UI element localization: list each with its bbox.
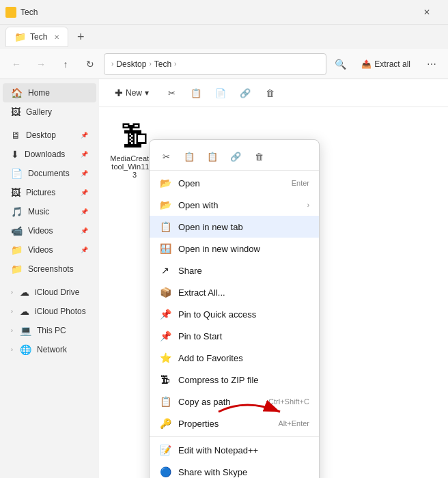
sidebar-item-desktop[interactable]: 🖥 Desktop 📌: [3, 126, 96, 145]
ctx-link-button[interactable]: 🔗: [226, 147, 245, 166]
ctx-open-new-window[interactable]: 🪟 Open in new window: [150, 238, 319, 259]
ctx-properties-label: Properties: [178, 419, 271, 429]
sidebar-item-home[interactable]: 🏠 Home: [3, 83, 96, 102]
ctx-pin-start[interactable]: 📌 Pin to Start: [150, 325, 319, 347]
ctx-add-favorites[interactable]: ⭐ Add to Favorites: [150, 347, 319, 369]
refresh-button[interactable]: ↻: [79, 53, 101, 75]
extract-all-button[interactable]: 📤 Extract all: [354, 56, 418, 72]
up-button[interactable]: ↑: [55, 53, 76, 75]
ctx-share-label: Share: [178, 266, 309, 276]
open-shortcut: Enter: [292, 179, 309, 187]
downloads-icon: ⬇: [11, 149, 19, 160]
sidebar-item-music[interactable]: 🎵 Music 📌: [3, 202, 96, 221]
file-zip-icon: 🗜: [121, 121, 148, 152]
chevron-icon: ›: [111, 60, 113, 68]
paste-button[interactable]: 📄: [211, 83, 230, 102]
ctx-copy-path-label: Copy as path: [178, 397, 262, 407]
sidebar: 🏠 Home 🖼 Gallery 🖥 Desktop 📌 ⬇ Downloads…: [0, 79, 99, 478]
new-label: New: [126, 88, 142, 98]
ctx-paste-button[interactable]: 📋: [203, 147, 222, 166]
open-icon: 📂: [159, 178, 171, 188]
extract-all-icon: 📦: [159, 287, 171, 298]
share-icon: ↗: [159, 265, 171, 276]
gallery-icon: 🖼: [11, 107, 20, 117]
pin-icon-vid1: 📌: [81, 227, 88, 234]
sidebar-label-home: Home: [28, 88, 88, 98]
ctx-open-label: Open: [178, 178, 285, 188]
delete-button[interactable]: 🗑: [260, 83, 279, 102]
sidebar-item-downloads[interactable]: ⬇ Downloads 📌: [3, 145, 96, 164]
more-options-button[interactable]: ⋯: [421, 53, 443, 75]
ctx-edit-notepad[interactable]: 📝 Edit with Notepad++: [150, 439, 319, 461]
content-toolbar: ✚ New ▾ ✂ 📋 📄 🔗 🗑: [99, 79, 448, 107]
back-button[interactable]: ←: [5, 53, 27, 75]
pin-start-icon: 📌: [159, 331, 171, 341]
new-tab-button[interactable]: +: [71, 27, 90, 46]
ctx-open-with[interactable]: 📂 Open with ›: [150, 194, 319, 216]
ctx-compress-zip-label: Compress to ZIP file: [178, 375, 309, 385]
sidebar-item-network[interactable]: › 🌐 Network: [3, 340, 96, 359]
compress-icon: 🗜: [159, 374, 171, 385]
properties-shortcut: Alt+Enter: [278, 419, 309, 427]
close-button[interactable]: ✕: [411, 1, 443, 23]
ctx-pin-start-label: Pin to Start: [178, 331, 309, 341]
sidebar-label-documents: Documents: [28, 169, 75, 178]
expand-icon-thispc: ›: [11, 327, 13, 334]
ctx-compress-zip[interactable]: 🗜 Compress to ZIP file: [150, 369, 319, 391]
expand-icon-icloud: ›: [11, 289, 13, 296]
sidebar-item-documents[interactable]: 📄 Documents 📌: [3, 164, 96, 183]
sidebar-item-icloud-drive[interactable]: › ☁ iCloud Drive: [3, 283, 96, 302]
sidebar-label-videos1: Videos: [28, 226, 75, 236]
copy-path-icon: 📋: [159, 396, 171, 407]
new-tab-icon: 📋: [159, 221, 171, 232]
ctx-open[interactable]: 📂 Open Enter: [150, 172, 319, 194]
sidebar-label-gallery: Gallery: [26, 107, 88, 117]
open-with-icon: 📂: [159, 199, 171, 210]
favorites-icon: ⭐: [159, 352, 171, 363]
tab-tech[interactable]: 📁 Tech ✕: [5, 27, 68, 47]
sidebar-item-gallery[interactable]: 🖼 Gallery: [3, 102, 96, 122]
sidebar-item-this-pc[interactable]: › 💻 This PC: [3, 321, 96, 340]
ctx-cut-button[interactable]: ✂: [156, 147, 176, 166]
skype-icon: 🔵: [159, 466, 171, 477]
rename-button[interactable]: 🔗: [236, 83, 255, 102]
desktop-icon: 🖥: [11, 130, 20, 141]
ctx-properties[interactable]: 🔑 Properties Alt+Enter: [150, 412, 319, 434]
ctx-share-skype[interactable]: 🔵 Share with Skype: [150, 461, 319, 478]
sidebar-item-pictures[interactable]: 🖼 Pictures 📌: [3, 183, 96, 202]
network-icon: 🌐: [20, 344, 31, 355]
ctx-share-skype-label: Share with Skype: [178, 467, 309, 477]
ctx-share[interactable]: ↗ Share: [150, 259, 319, 281]
videos2-icon: 📁: [11, 244, 23, 255]
address-bar[interactable]: › Desktop › Tech ›: [104, 53, 326, 75]
extract-label: Extract all: [374, 59, 410, 69]
tab-close-button[interactable]: ✕: [54, 33, 59, 41]
ctx-copy-button[interactable]: 📋: [180, 147, 199, 166]
sidebar-label-icloud-photos: iCloud Photos: [35, 307, 88, 316]
copy-path-shortcut: Ctrl+Shift+C: [268, 397, 309, 406]
cut-button[interactable]: ✂: [162, 83, 181, 102]
this-pc-icon: 💻: [20, 325, 31, 336]
sidebar-label-network: Network: [37, 345, 88, 354]
search-button[interactable]: 🔍: [329, 53, 351, 75]
videos1-icon: 📹: [11, 225, 23, 236]
ctx-edit-notepad-label: Edit with Notepad++: [178, 445, 309, 455]
forward-button[interactable]: →: [30, 53, 52, 75]
ctx-pin-quick[interactable]: 📌 Pin to Quick access: [150, 303, 319, 325]
sidebar-item-screenshots[interactable]: 📁 Screenshots: [3, 259, 96, 279]
ctx-extract-all[interactable]: 📦 Extract All...: [150, 281, 319, 303]
ctx-delete-button[interactable]: 🗑: [249, 147, 268, 166]
address-tech: Tech: [154, 59, 171, 69]
sidebar-label-music: Music: [28, 207, 75, 216]
main-area: 🏠 Home 🖼 Gallery 🖥 Desktop 📌 ⬇ Downloads…: [0, 79, 448, 478]
sidebar-item-icloud-photos[interactable]: › ☁ iCloud Photos: [3, 302, 96, 321]
new-button[interactable]: ✚ New ▾: [107, 84, 156, 102]
ctx-toolbar: ✂ 📋 📋 🔗 🗑: [150, 143, 319, 171]
extract-icon: 📤: [361, 59, 372, 69]
copy-button[interactable]: 📋: [186, 83, 206, 102]
sidebar-item-videos2[interactable]: 📁 Videos 📌: [3, 240, 96, 259]
ctx-pin-quick-label: Pin to Quick access: [178, 309, 309, 320]
ctx-open-new-tab[interactable]: 📋 Open in new tab: [150, 216, 319, 238]
ctx-copy-path[interactable]: 📋 Copy as path Ctrl+Shift+C: [150, 391, 319, 412]
sidebar-item-videos1[interactable]: 📹 Videos 📌: [3, 221, 96, 240]
